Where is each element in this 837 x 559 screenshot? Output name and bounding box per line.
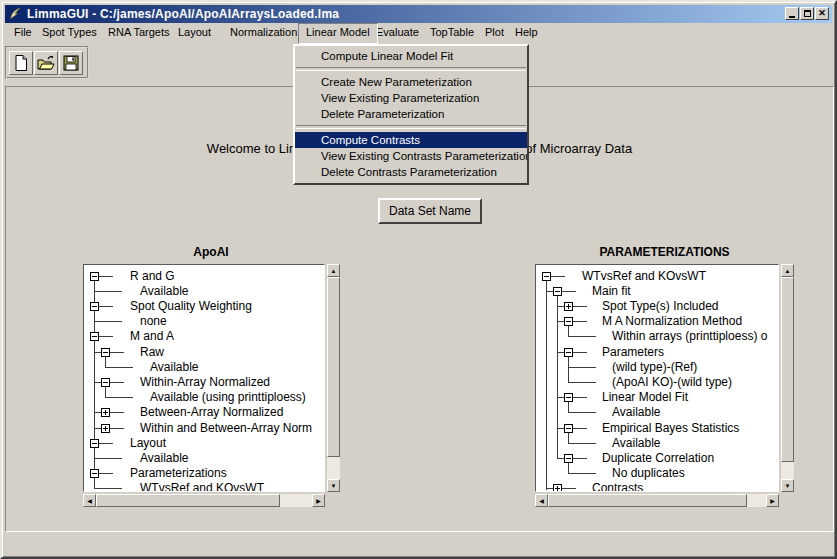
collapse-minus-icon[interactable] bbox=[564, 348, 573, 357]
scroll-left-button[interactable]: ◀ bbox=[535, 494, 548, 507]
collapse-minus-icon[interactable] bbox=[564, 454, 573, 463]
menu-plot[interactable]: Plot bbox=[478, 23, 511, 42]
tree-node-label: Between-Array Normalized bbox=[140, 405, 283, 419]
scroll-up-button[interactable]: ▲ bbox=[327, 264, 340, 277]
expand-plus-icon[interactable] bbox=[101, 408, 110, 417]
tree-connector-line bbox=[110, 428, 124, 429]
tree-connector-line bbox=[546, 488, 553, 489]
collapse-minus-icon[interactable] bbox=[90, 469, 99, 478]
scroll-right-button[interactable]: ▶ bbox=[312, 494, 325, 507]
minimize-button[interactable] bbox=[785, 7, 799, 20]
scroll-right-icon: ▶ bbox=[770, 498, 775, 504]
toolbar bbox=[5, 46, 89, 79]
tree-node-label: Raw bbox=[140, 345, 164, 359]
menu-layout[interactable]: Layout bbox=[171, 23, 218, 42]
new-file-button[interactable] bbox=[9, 51, 33, 75]
collapse-minus-icon[interactable] bbox=[101, 348, 110, 357]
tree-connector-line bbox=[573, 321, 587, 322]
window-controls: ✕ bbox=[785, 7, 829, 20]
collapse-minus-icon[interactable] bbox=[564, 393, 573, 402]
menu-file[interactable]: File bbox=[7, 23, 39, 42]
menu-item-compute-contrasts[interactable]: Compute Contrasts bbox=[295, 132, 527, 148]
menu-spot-types[interactable]: Spot Types bbox=[35, 23, 104, 42]
close-button[interactable]: ✕ bbox=[815, 7, 829, 20]
tree-connector-line bbox=[105, 367, 133, 368]
tree-connector-line bbox=[568, 412, 596, 413]
tree-node-label: Spot Quality Weighting bbox=[130, 299, 252, 313]
scroll-up-button[interactable]: ▲ bbox=[781, 264, 794, 277]
tree-connector-line bbox=[110, 352, 124, 353]
menu-item-view-existing-contrasts-parameterization[interactable]: View Existing Contrasts Parameterization bbox=[295, 148, 527, 164]
tk-feather-icon bbox=[8, 7, 22, 21]
tree-node-label: (wild type)-(Ref) bbox=[612, 360, 697, 374]
tree-connector-line bbox=[573, 397, 587, 398]
tree-connector-line bbox=[551, 276, 565, 277]
maximize-button[interactable] bbox=[800, 7, 814, 20]
expand-plus-icon[interactable] bbox=[101, 424, 110, 433]
tree-connector-line bbox=[568, 382, 596, 383]
hscroll-thumb[interactable] bbox=[96, 494, 280, 507]
tree-connector-line bbox=[546, 276, 547, 490]
menu-normalization[interactable]: Normalization bbox=[223, 23, 304, 42]
vscroll-thumb[interactable] bbox=[781, 277, 794, 462]
parameterizations-tree: WTvsRef and KOvsWTMain fitSpot Type(s) I… bbox=[535, 264, 779, 492]
collapse-minus-icon[interactable] bbox=[90, 302, 99, 311]
save-floppy-icon bbox=[62, 54, 80, 72]
maximize-icon bbox=[804, 10, 811, 17]
param-tree-vscrollbar[interactable]: ▲ ▼ bbox=[781, 264, 794, 492]
collapse-minus-icon[interactable] bbox=[90, 332, 99, 341]
scroll-down-button[interactable]: ▼ bbox=[781, 479, 794, 492]
apoai-tree-vscrollbar[interactable]: ▲ ▼ bbox=[327, 264, 340, 492]
scroll-left-icon: ◀ bbox=[87, 498, 92, 504]
menu-separator bbox=[296, 125, 526, 129]
open-file-button[interactable] bbox=[34, 51, 58, 75]
hscroll-thumb[interactable] bbox=[548, 494, 747, 507]
new-file-icon bbox=[12, 54, 30, 72]
tree-node-label: Parameterizations bbox=[130, 466, 227, 480]
tree-connector-line bbox=[562, 291, 576, 292]
param-tree-hscrollbar[interactable]: ◀ ▶ bbox=[535, 494, 779, 507]
scroll-left-button[interactable]: ◀ bbox=[83, 494, 96, 507]
collapse-minus-icon[interactable] bbox=[564, 424, 573, 433]
tree-node-label: Within-Array Normalized bbox=[140, 375, 270, 389]
tree-connector-line bbox=[99, 276, 113, 277]
scroll-right-button[interactable]: ▶ bbox=[766, 494, 779, 507]
tree-node-label: WTvsRef and KOvsWT bbox=[582, 269, 706, 283]
collapse-minus-icon[interactable] bbox=[90, 272, 99, 281]
collapse-minus-icon[interactable] bbox=[553, 287, 562, 296]
menu-help[interactable]: Help bbox=[508, 23, 545, 42]
tree-connector-line bbox=[557, 397, 564, 398]
tree-connector-line bbox=[557, 306, 564, 307]
menu-item-delete-parameterization[interactable]: Delete Parameterization bbox=[295, 106, 527, 122]
scroll-up-icon: ▲ bbox=[785, 268, 791, 274]
collapse-minus-icon[interactable] bbox=[542, 272, 551, 281]
collapse-minus-icon[interactable] bbox=[101, 378, 110, 387]
menu-rna-targets[interactable]: RNA Targets bbox=[101, 23, 177, 42]
vscroll-thumb[interactable] bbox=[327, 277, 340, 457]
menu-item-view-existing-parameterization[interactable]: View Existing Parameterization bbox=[295, 90, 527, 106]
expand-plus-icon[interactable] bbox=[553, 484, 562, 492]
tree-connector-line bbox=[99, 336, 113, 337]
collapse-minus-icon[interactable] bbox=[90, 439, 99, 448]
data-set-name-button[interactable]: Data Set Name bbox=[378, 198, 482, 224]
open-folder-icon bbox=[36, 54, 56, 72]
menu-separator bbox=[296, 67, 526, 71]
menu-item-delete-contrasts-parameterization[interactable]: Delete Contrasts Parameterization bbox=[295, 164, 527, 180]
tree-connector-line bbox=[557, 352, 564, 353]
scroll-down-button[interactable]: ▼ bbox=[327, 479, 340, 492]
tree-connector-line bbox=[557, 291, 558, 459]
save-file-button[interactable] bbox=[59, 51, 83, 75]
menu-bar: File Spot Types RNA Targets Layout Norma… bbox=[5, 23, 832, 43]
collapse-minus-icon[interactable] bbox=[564, 317, 573, 326]
expand-plus-icon[interactable] bbox=[564, 302, 573, 311]
tree-connector-line bbox=[573, 352, 587, 353]
tree-node-label: Available bbox=[140, 284, 188, 298]
menu-toptable[interactable]: TopTable bbox=[423, 23, 481, 42]
scroll-down-icon: ▼ bbox=[331, 483, 337, 489]
tree-node-label: Parameters bbox=[602, 345, 664, 359]
tree-connector-line bbox=[94, 291, 122, 292]
apoai-tree-hscrollbar[interactable]: ◀ ▶ bbox=[83, 494, 325, 507]
menu-linear-model[interactable]: Linear Model bbox=[298, 23, 378, 44]
menu-item-create-new-parameterization[interactable]: Create New Parameterization bbox=[295, 74, 527, 90]
menu-item-compute-linear-model-fit[interactable]: Compute Linear Model Fit bbox=[295, 48, 527, 64]
